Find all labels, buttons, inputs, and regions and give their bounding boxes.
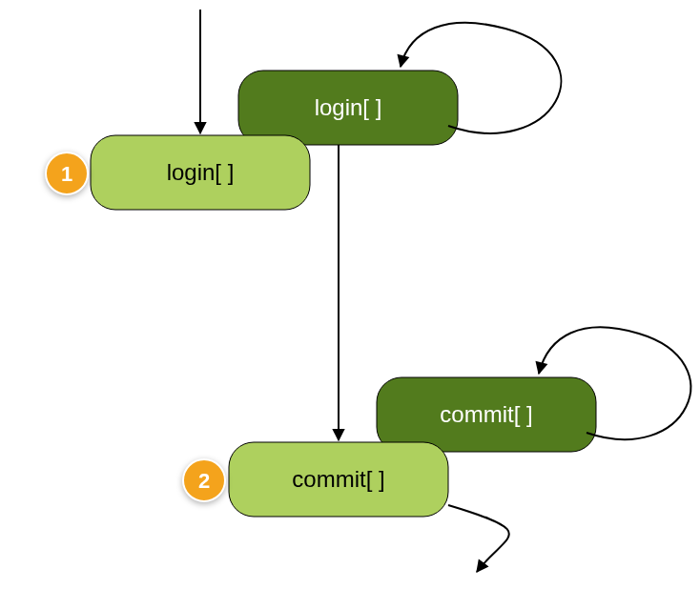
badge-1: 1 — [46, 152, 88, 194]
badge-1-label: 1 — [61, 162, 72, 186]
flow-diagram: login[ ] login[ ] 1 commit[ ] commit[ ] … — [0, 0, 700, 589]
node-login-dark: login[ ] — [238, 71, 458, 145]
node-login-light-label: login[ ] — [167, 159, 235, 185]
edge-commit-to-end — [448, 505, 509, 572]
node-commit-dark-label: commit[ ] — [440, 401, 532, 427]
node-commit-light-label: commit[ ] — [292, 466, 384, 492]
badge-2: 2 — [183, 459, 225, 501]
node-commit-light: commit[ ] — [229, 442, 448, 517]
node-commit-dark: commit[ ] — [377, 377, 596, 452]
node-login-dark-label: login[ ] — [315, 94, 382, 120]
node-login-light: login[ ] — [91, 135, 310, 210]
badge-2-label: 2 — [198, 469, 210, 493]
